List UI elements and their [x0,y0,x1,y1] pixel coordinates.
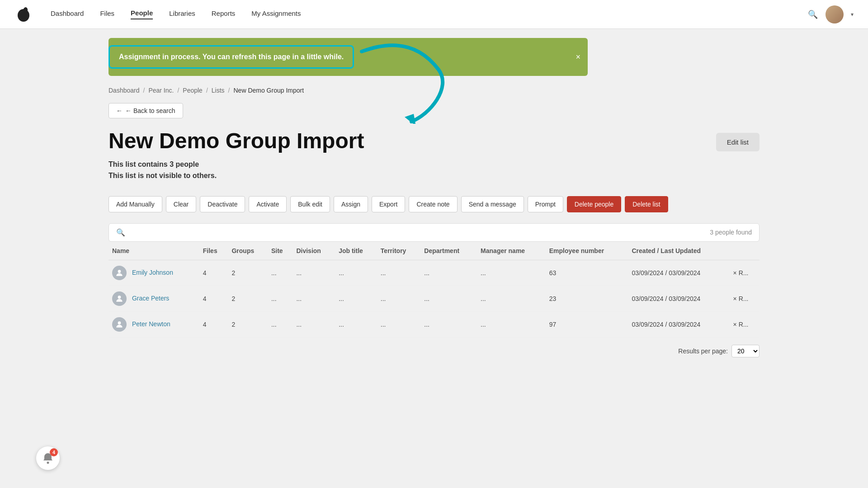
delete-people-button[interactable]: Delete people [567,196,621,212]
cell-name-0: Emily Johnson [108,260,199,286]
breadcrumb-current: New Demo Group Import [233,87,304,94]
nav-dashboard[interactable]: Dashboard [51,9,84,19]
breadcrumb-lists[interactable]: Lists [212,87,225,94]
cell-created-updated-2: 03/09/2024 / 03/09/2024 [628,311,730,337]
cell-manager-name-0: ... [477,260,546,286]
breadcrumb-sep-1: / [143,87,145,94]
cell-manager-name-1: ... [477,286,546,311]
cell-action-0[interactable]: × R... [730,260,760,286]
subtitle-line-2: This list is not visible to others. [108,170,364,182]
cell-job-title-2: ... [335,311,377,337]
main-nav: Dashboard Files People Libraries Reports… [0,0,868,29]
deactivate-button[interactable]: Deactivate [200,196,245,212]
results-per-page-select[interactable]: 20 10 50 100 [731,345,760,357]
breadcrumb-sep-4: / [228,87,230,94]
svg-point-4 [118,296,121,299]
pagination-section: Results per page: 20 10 50 100 [0,338,868,365]
export-button[interactable]: Export [372,196,405,212]
create-note-button[interactable]: Create note [409,196,457,212]
person-name-1[interactable]: Grace Peters [132,295,169,302]
nav-my-assignments[interactable]: My Assignments [251,9,301,19]
table-row: Grace Peters 4 2 ... ... ... ... ... ...… [108,286,760,311]
cell-employee-number-1: 23 [546,286,628,311]
people-table: Name Files Groups Site Division Job titl… [108,242,760,338]
person-avatar-2 [112,317,127,332]
cell-territory-2: ... [377,311,421,337]
toolbar: Add Manually Clear Deactivate Activate B… [108,196,760,212]
cell-department-1: ... [420,286,477,311]
cell-site-1: ... [268,286,292,311]
subtitle-line-1: This list contains 3 people [108,159,364,170]
clear-button[interactable]: Clear [166,196,196,212]
nav-links: Dashboard Files People Libraries Reports… [51,9,807,19]
col-actions [730,242,760,260]
search-icon: 🔍 [116,228,125,237]
results-per-page-label: Results per page: [678,347,728,355]
notification-close-button[interactable]: × [576,52,580,62]
cell-job-title-1: ... [335,286,377,311]
nav-files[interactable]: Files [100,9,114,19]
breadcrumb-pear-inc[interactable]: Pear Inc. [148,87,174,94]
notification-badge: 4 [50,448,58,456]
breadcrumb-people[interactable]: People [183,87,203,94]
send-message-button[interactable]: Send a message [461,196,524,212]
toolbar-section: Add Manually Clear Deactivate Activate B… [0,182,868,212]
col-department: Department [420,242,477,260]
breadcrumb-sep-2: / [177,87,179,94]
arrow-annotation [357,42,448,124]
nav-libraries[interactable]: Libraries [169,9,195,19]
cell-name-1: Grace Peters [108,286,199,311]
cell-action-1[interactable]: × R... [730,286,760,311]
col-site: Site [268,242,292,260]
cell-groups-0: 2 [228,260,268,286]
people-found-count: 3 people found [710,229,752,236]
svg-point-5 [118,321,121,324]
cell-territory-1: ... [377,286,421,311]
page-header: New Demo Group Import This list contains… [0,118,868,182]
search-input[interactable] [130,229,705,236]
col-name: Name [108,242,199,260]
svg-point-3 [118,270,121,273]
breadcrumb-sep-3: / [206,87,208,94]
activate-button[interactable]: Activate [249,196,287,212]
avatar[interactable] [826,5,844,23]
cell-files-2: 4 [199,311,228,337]
notification-bell[interactable]: 4 [36,446,60,470]
col-job-title: Job title [335,242,377,260]
prompt-button[interactable]: Prompt [528,196,563,212]
col-files: Files [199,242,228,260]
cell-employee-number-0: 63 [546,260,628,286]
col-manager-name: Manager name [477,242,546,260]
cell-division-1: ... [292,286,335,311]
assign-button[interactable]: Assign [334,196,368,212]
back-to-search-button[interactable]: ← ← Back to search [108,103,183,118]
back-to-search-label: ← Back to search [125,107,175,114]
cell-manager-name-2: ... [477,311,546,337]
notification-text: Assignment in process. You can refresh t… [119,53,344,61]
app-logo[interactable] [14,5,33,23]
cell-job-title-0: ... [335,260,377,286]
col-territory: Territory [377,242,421,260]
col-division: Division [292,242,335,260]
delete-list-button[interactable]: Delete list [625,196,668,212]
chevron-down-icon[interactable]: ▾ [851,11,854,18]
cell-action-2[interactable]: × R... [730,311,760,337]
cell-created-updated-1: 03/09/2024 / 03/09/2024 [628,286,730,311]
cell-territory-0: ... [377,260,421,286]
table-row: Peter Newton 4 2 ... ... ... ... ... ...… [108,311,760,337]
col-employee-number: Employee number [546,242,628,260]
add-manually-button[interactable]: Add Manually [108,196,162,212]
cell-department-2: ... [420,311,477,337]
breadcrumb-dashboard[interactable]: Dashboard [108,87,140,94]
nav-people[interactable]: People [131,9,153,19]
person-name-0[interactable]: Emily Johnson [132,269,173,276]
cell-division-2: ... [292,311,335,337]
edit-list-button[interactable]: Edit list [716,133,760,151]
cell-division-0: ... [292,260,335,286]
search-icon[interactable]: 🔍 [807,9,818,20]
nav-reports[interactable]: Reports [212,9,236,19]
page-header-left: New Demo Group Import This list contains… [108,129,364,182]
bulk-edit-button[interactable]: Bulk edit [290,196,330,212]
person-avatar-0 [112,266,127,280]
person-name-2[interactable]: Peter Newton [132,320,170,328]
